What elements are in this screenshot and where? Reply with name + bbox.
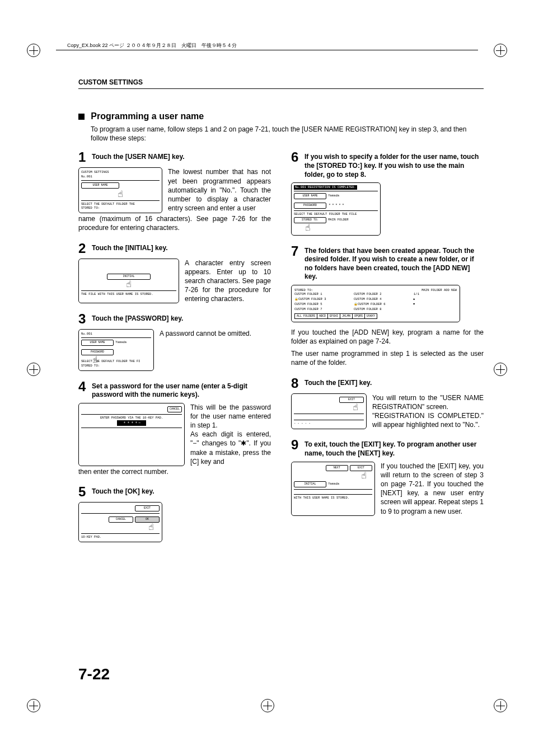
screen-value: Yamada bbox=[328, 482, 339, 486]
step-title: The folders that have been created appea… bbox=[305, 245, 484, 281]
screen-label: SELECT THE DEFAULT FOLDER THE FI bbox=[81, 359, 151, 364]
step-title: Touch the [INITIAL] key. bbox=[92, 242, 168, 253]
screen-value: ＊＊＊＊＊ bbox=[328, 203, 345, 207]
folder-button[interactable]: CUSTOM FOLDER 7 bbox=[294, 307, 350, 311]
step-number: 4 bbox=[78, 380, 88, 393]
ok-button[interactable]: OK bbox=[135, 516, 160, 523]
step-text: If you touched the [ADD NEW] key, progra… bbox=[291, 328, 484, 346]
folder-tab[interactable]: JKLMN bbox=[340, 313, 353, 319]
step-text: The lowest number that has not yet been … bbox=[168, 167, 271, 213]
screen-mock: CUSTOM SETTINGS No.001 USER NAME ☝ SELEC… bbox=[78, 167, 162, 213]
cancel-button[interactable]: CANCEL bbox=[167, 406, 182, 412]
scroll-down-button[interactable]: ▼ bbox=[413, 302, 420, 306]
password-button[interactable]: PASSWORD bbox=[294, 203, 326, 209]
folder-button[interactable]: CUSTOM FOLDER 1 bbox=[294, 292, 350, 296]
folder-button[interactable]: CUSTOM FOLDER 5 bbox=[294, 302, 350, 306]
step-title: Touch the [OK] key. bbox=[92, 485, 154, 496]
folder-button[interactable]: 🔒CUSTOM FOLDER 3 bbox=[294, 297, 350, 301]
screen-value: Yamada bbox=[115, 340, 127, 344]
user-name-button[interactable]: USER NAME bbox=[81, 182, 119, 189]
page-indicator: 1/1 bbox=[414, 292, 419, 296]
folder-button[interactable]: CUSTOM FOLDER 2 bbox=[354, 292, 410, 296]
screen-label: STORED TO: bbox=[294, 288, 313, 292]
crop-mark-icon bbox=[27, 44, 40, 57]
password-button[interactable]: PASSWORD bbox=[81, 349, 114, 355]
stored-to-button[interactable]: STORED TO: bbox=[294, 217, 326, 223]
folder-button[interactable]: CUSTOM FOLDER 4 bbox=[354, 297, 410, 301]
step-text: If you touched the [EXIT] key, you will … bbox=[381, 462, 484, 516]
intro-text: To program a user name, follow steps 1 a… bbox=[91, 125, 484, 143]
screen-label: No.001 bbox=[81, 175, 160, 179]
screen-label: SELECT THE DEFAULT FOLDER THE FILE bbox=[294, 212, 378, 217]
folder-button[interactable]: CUSTOM FOLDER 8 bbox=[354, 307, 410, 311]
folder-tab[interactable]: UVWXY bbox=[365, 313, 377, 319]
page-number: 7-22 bbox=[78, 665, 110, 683]
crop-mark-icon bbox=[494, 44, 507, 57]
step-title: If you wish to specify a folder for the … bbox=[305, 151, 484, 179]
scroll-up-button[interactable]: ▲ bbox=[413, 297, 420, 301]
next-button[interactable]: NEXT bbox=[326, 465, 348, 471]
step-number: 7 bbox=[291, 245, 301, 258]
step-number: 3 bbox=[78, 312, 88, 326]
screen-label: 10-KEY PAD. bbox=[81, 535, 160, 539]
screen-mock: CANCEL ENTER PASSWORD VIA THE 10-KEY PAD… bbox=[78, 403, 185, 466]
exit-button[interactable]: EXIT bbox=[135, 505, 160, 511]
step-text: A password cannot be omitted. bbox=[160, 329, 271, 370]
folder-tab[interactable]: EFGHI bbox=[328, 313, 340, 319]
crop-mark-icon bbox=[27, 699, 40, 712]
hand-icon: ☝ bbox=[305, 223, 311, 233]
screen-label: - - - - - bbox=[294, 421, 364, 426]
header-line bbox=[56, 50, 478, 50]
step-text: The user name programmed in step 1 is se… bbox=[291, 349, 484, 367]
step-text: This will be the password for the user n… bbox=[190, 403, 271, 466]
folder-tab[interactable]: ALL FOLDERS bbox=[294, 313, 317, 319]
main-folder-button[interactable]: MAIN FOLDER bbox=[421, 288, 442, 292]
hand-icon: ☝ bbox=[148, 523, 154, 533]
folder-tab[interactable]: ABCD bbox=[317, 313, 328, 319]
user-name-button[interactable]: USER NAME bbox=[294, 193, 326, 199]
screen-label: CUSTOM SETTINGS bbox=[81, 170, 160, 175]
screen-mock: EXIT INITIAL ☝ THE FILE WITH THIS USER N… bbox=[78, 259, 179, 304]
screen-label: ENTER PASSWORD VIA THE 10-KEY PAD. bbox=[81, 416, 182, 420]
lock-icon: 🔒 bbox=[294, 297, 298, 301]
hand-icon: ☝ bbox=[118, 190, 123, 200]
step-title: Set a password for the user name (enter … bbox=[92, 380, 271, 400]
lock-icon: 🔒 bbox=[354, 302, 358, 306]
initial-button[interactable]: INITIAL bbox=[294, 481, 326, 487]
password-mask: ＊＊＊＊− bbox=[117, 420, 146, 426]
screen-value: Yamada bbox=[328, 194, 339, 198]
folder-tab[interactable]: OPQRS bbox=[353, 313, 365, 319]
crop-mark-icon bbox=[261, 699, 274, 712]
screen-mock: EXIT ☝ - - - - - bbox=[291, 393, 367, 430]
step-title: Touch the [PASSWORD] key. bbox=[92, 312, 183, 323]
step-number: 6 bbox=[291, 151, 301, 164]
screen-label: WITH THIS USER NAME IS STORED. bbox=[294, 496, 372, 500]
exit-button[interactable]: EXIT bbox=[350, 465, 372, 471]
crop-mark-icon bbox=[27, 363, 40, 376]
title-square-icon bbox=[78, 114, 85, 120]
page-title: Programming a user name bbox=[91, 111, 204, 121]
header-crop-text: Copy_EX.book 22 ページ ２００４年９月２８日 火曜日 午後９時５… bbox=[67, 42, 237, 49]
initial-button[interactable]: INITIAL bbox=[107, 274, 151, 280]
add-new-button[interactable]: ADD NEW bbox=[444, 288, 457, 292]
step-text: name (maximum of 16 characters). See pag… bbox=[78, 214, 271, 232]
screen-label: THE FILE WITH THIS USER NAME IS STORED. bbox=[81, 292, 176, 297]
step-text: then enter the correct number. bbox=[78, 467, 271, 476]
screen-mock: NEXT EXIT ☝ INITIAL Yamada WITH THIS USE… bbox=[291, 462, 375, 516]
exit-button[interactable]: EXIT bbox=[339, 397, 364, 403]
step-number: 1 bbox=[78, 151, 88, 164]
crop-mark-icon bbox=[494, 699, 507, 712]
screen-mock: No.001 USER NAME Yamada PASSWORD ☝ SELEC… bbox=[78, 329, 154, 370]
hand-icon: ☝ bbox=[361, 471, 367, 481]
step-number: 9 bbox=[291, 438, 301, 452]
screen-mock: EXIT CANCEL OK ☝ 10-KEY PAD. bbox=[78, 502, 162, 542]
folder-button[interactable]: 🔒CUSTOM FOLDER 6 bbox=[354, 302, 410, 306]
screen-label: STORED TO: bbox=[81, 206, 160, 210]
cancel-button[interactable]: CANCEL bbox=[109, 516, 133, 523]
step-title: To exit, touch the [EXIT] key. To progra… bbox=[305, 438, 484, 458]
screen-mock: No.001 REGISTRATION IS COMPLETED. USER N… bbox=[291, 182, 381, 235]
step-number: 5 bbox=[78, 485, 88, 499]
user-name-button[interactable]: USER NAME bbox=[81, 340, 114, 346]
screen-label: STORED TO: bbox=[81, 364, 151, 368]
section-header: CUSTOM SETTINGS bbox=[78, 78, 484, 89]
